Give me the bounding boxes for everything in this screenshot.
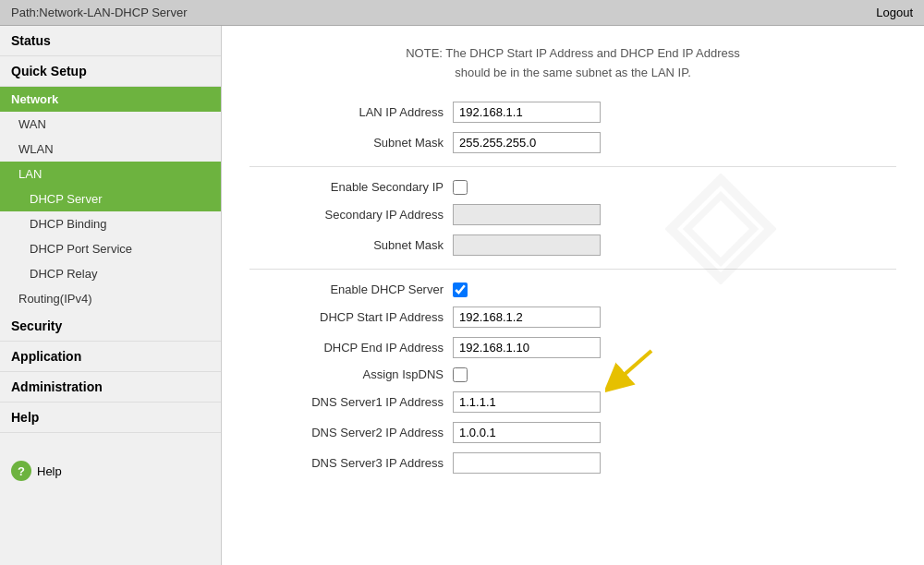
assign-isp-dns-label: Assign IspDNS [249,367,453,381]
sidebar-item-dhcp-port-service[interactable]: DHCP Port Service [0,236,221,261]
lan-ip-label: LAN IP Address [249,105,453,119]
dns-server2-input[interactable] [453,422,601,443]
help-icon: ? [11,461,31,481]
dns-server2-label: DNS Server2 IP Address [249,426,453,439]
yellow-arrow-icon [605,346,656,392]
sidebar-item-administration[interactable]: Administration [0,372,221,403]
secondary-subnet-mask-row: Subnet Mask [249,234,896,256]
header: Path:Network-LAN-DHCP Server Logout [0,0,924,26]
sidebar-item-quick-setup[interactable]: Quick Setup [0,56,221,87]
dns-server3-row: DNS Server3 IP Address [249,452,896,474]
dns-server1-input[interactable] [453,391,601,413]
sidebar-item-wan[interactable]: WAN [0,112,221,137]
dhcp-start-ip-input[interactable] [453,307,601,328]
sidebar-item-help[interactable]: Help [0,403,221,433]
assign-isp-dns-row: Assign IspDNS [249,367,896,382]
dhcp-start-ip-label: DHCP Start IP Address [249,310,453,324]
secondary-ip-label: Secondary IP Address [249,208,453,222]
sidebar: Status Quick Setup Network WAN WLAN LAN … [0,26,222,565]
sidebar-item-security[interactable]: Security [0,311,221,342]
logout-button[interactable]: Logout [876,6,913,19]
assign-isp-dns-checkbox[interactable] [453,367,468,382]
secondary-subnet-mask-label: Subnet Mask [249,238,453,252]
breadcrumb: Path:Network-LAN-DHCP Server [11,6,187,19]
secondary-ip-input[interactable] [453,204,601,225]
dhcp-end-ip-row: DHCP End IP Address [249,337,896,358]
dhcp-end-ip-input[interactable] [453,337,601,358]
enable-dhcp-server-checkbox[interactable] [453,282,468,297]
dns-server3-label: DNS Server3 IP Address [249,456,453,470]
dhcp-end-ip-container [453,337,601,358]
enable-dhcp-server-label: Enable DHCP Server [249,282,453,296]
sidebar-item-status[interactable]: Status [0,26,221,56]
dns-server1-row: DNS Server1 IP Address [249,391,896,413]
note-text: NOTE: The DHCP Start IP Address and DHCP… [249,44,896,83]
help-label: Help [37,464,62,478]
sidebar-item-dhcp-binding[interactable]: DHCP Binding [0,211,221,236]
sidebar-item-dhcp-server[interactable]: DHCP Server [0,186,221,211]
dns-server2-row: DNS Server2 IP Address [249,422,896,443]
dns-server3-input[interactable] [453,452,601,474]
svg-line-3 [614,351,651,383]
dns-server1-label: DNS Server1 IP Address [249,395,453,409]
secondary-subnet-mask-input[interactable] [453,234,601,256]
note-line2: should be in the same subnet as the LAN … [249,64,896,83]
sidebar-item-application[interactable]: Application [0,342,221,372]
sidebar-item-network[interactable]: Network [0,87,221,112]
enable-secondary-ip-label: Enable Secondary IP [249,180,453,194]
enable-dhcp-server-row: Enable DHCP Server [249,282,896,297]
sidebar-item-dhcp-relay[interactable]: DHCP Relay [0,261,221,286]
main-content: NOTE: The DHCP Start IP Address and DHCP… [222,26,924,565]
dhcp-end-ip-label: DHCP End IP Address [249,341,453,355]
lan-ip-input[interactable] [453,102,601,123]
dhcp-start-ip-row: DHCP Start IP Address [249,307,896,328]
lan-ip-row: LAN IP Address [249,102,896,123]
help-section[interactable]: ? Help [0,451,221,490]
enable-secondary-ip-row: Enable Secondary IP [249,180,896,195]
sidebar-item-lan[interactable]: LAN [0,162,221,186]
secondary-ip-row: Secondary IP Address [249,204,896,225]
enable-secondary-ip-checkbox[interactable] [453,180,468,195]
sidebar-item-routing-ipv4[interactable]: Routing(IPv4) [0,286,221,311]
note-line1: NOTE: The DHCP Start IP Address and DHCP… [249,44,896,64]
sidebar-item-wlan[interactable]: WLAN [0,137,221,162]
subnet-mask-label: Subnet Mask [249,136,453,150]
subnet-mask-input[interactable] [453,132,601,153]
subnet-mask-row: Subnet Mask [249,132,896,153]
layout: Status Quick Setup Network WAN WLAN LAN … [0,26,924,565]
